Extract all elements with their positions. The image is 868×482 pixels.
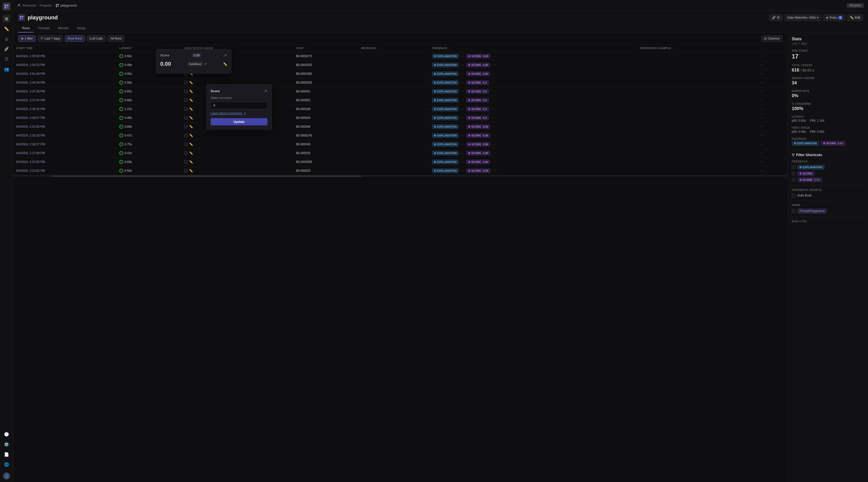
all-runs-button[interactable]: All Runs <box>108 35 125 42</box>
sidebar-icon-settings[interactable]: ⚙️ <box>2 440 10 448</box>
annotation-checkbox[interactable] <box>184 143 188 146</box>
sidebar-icon-pencil[interactable]: ✏️ <box>2 25 10 33</box>
table-row[interactable]: 6/4/2024, 2:36:20 PM ⏱ 1.23s ✏️ $0.00003… <box>13 105 787 114</box>
explanation-tag[interactable]: EXPLANATION <box>432 133 459 138</box>
annotation-checkbox[interactable] <box>184 107 188 111</box>
explanation-tag[interactable]: EXPLANATION <box>432 107 459 111</box>
score-menu-btn[interactable]: ⋯ <box>492 151 496 155</box>
update-button[interactable]: Update <box>211 118 268 125</box>
score-tag[interactable]: SCORE 0.00 <box>466 168 490 173</box>
explanation-tag[interactable]: EXPLANATION <box>432 142 459 147</box>
tab-threads[interactable]: Threads <box>34 24 54 32</box>
row-more-btn[interactable]: ⋯ <box>759 115 764 120</box>
stats-score-tag[interactable]: SCORE 0.00 <box>821 141 845 146</box>
score-tag[interactable]: SCORE 0.4 <box>466 116 489 120</box>
info-icon[interactable]: ℹ <box>813 69 814 72</box>
score-tag[interactable]: SCORE 0.4 <box>466 98 489 103</box>
explanation-menu-btn[interactable]: ⋯ <box>460 107 465 111</box>
annotation-edit-btn[interactable]: ✏️ <box>189 151 193 155</box>
annotation-edit-btn[interactable]: ✏️ <box>189 160 193 164</box>
row-more-btn[interactable]: ⋯ <box>759 124 764 129</box>
filter-score-zero-tag[interactable]: SCORE 0.00 <box>797 177 822 182</box>
score-menu-btn[interactable]: ⋯ <box>492 142 496 147</box>
explanation-menu-btn[interactable]: ⋯ <box>460 168 465 173</box>
row-more-btn[interactable]: ⋯ <box>759 80 764 85</box>
time-range-button[interactable]: ⏱ Last 7 days <box>38 35 63 42</box>
annotation-checkbox[interactable] <box>184 134 188 137</box>
root-runs-button[interactable]: Root Runs <box>65 35 85 42</box>
explanation-menu-btn[interactable]: ⋯ <box>460 151 465 155</box>
sidebar-icon-grid[interactable]: ⊞ <box>2 15 10 23</box>
col-reference[interactable]: Reference Example ↕ <box>637 45 756 52</box>
annotation-edit-btn[interactable]: ✏️ <box>189 116 193 120</box>
explanation-menu-btn[interactable]: ⋯ <box>460 72 465 76</box>
score-menu-btn[interactable]: ⋯ <box>490 116 495 120</box>
score-menu-btn[interactable]: ⋯ <box>492 168 496 173</box>
table-row[interactable]: 6/4/2024, 2:24:55 PM ⏱ 0.88s ✏️ $0.00004… <box>13 122 787 131</box>
score-tag[interactable]: SCORE 0.00 <box>466 54 490 58</box>
filter-button[interactable]: ⊞ 1 filter <box>18 35 36 42</box>
table-row[interactable]: 6/4/2024, 2:18:37 PM ⏱ 0.75s ✏️ $0.00003… <box>13 140 787 149</box>
correction-close-btn[interactable]: ✕ <box>264 89 268 93</box>
table-row[interactable]: 6/4/2024, 2:55:00 PM ⏱ 0.66s ✏️ $0.00002… <box>13 52 787 61</box>
annotation-checkbox[interactable] <box>184 98 188 102</box>
explanation-menu-btn[interactable]: ⋯ <box>460 54 465 58</box>
tab-runs[interactable]: Runs <box>18 24 34 32</box>
rules-button[interactable]: ◈ Rules 1 <box>823 15 845 21</box>
row-more-btn[interactable]: ⋯ <box>759 71 764 76</box>
row-more-btn[interactable]: ⋯ <box>759 133 764 138</box>
table-row[interactable]: 6/4/2024, 2:28:07 PM ⏱ 0.49s ✏️ $0.00002… <box>13 114 787 122</box>
annotation-edit-btn[interactable]: ✏️ <box>189 98 193 102</box>
explanation-menu-btn[interactable]: ⋯ <box>460 89 465 94</box>
score-tag[interactable]: SCORE 0.00 <box>466 151 490 155</box>
filter-score-tag[interactable]: SCORE <box>797 171 815 176</box>
score-menu-btn[interactable]: ⋯ <box>492 72 496 76</box>
annotation-edit-btn[interactable]: ✏️ <box>189 90 193 93</box>
score-tag[interactable]: SCORE 0.00 <box>466 160 490 164</box>
score-menu-btn[interactable]: ⋯ <box>490 98 495 103</box>
learn-corrections-link[interactable]: Learn about corrections ↗ <box>211 112 268 115</box>
score-tag[interactable]: SCORE 0.00 <box>466 124 490 129</box>
table-row[interactable]: 6/4/2024, 2:15:05 PM ⏱ 0.69s ✏️ $0.00003… <box>13 158 787 167</box>
explanation-tag[interactable]: EXPLANATION <box>432 160 459 164</box>
filter-checkbox-name[interactable] <box>792 209 795 213</box>
explanation-menu-btn[interactable]: ⋯ <box>460 80 465 85</box>
filter-explanation-tag[interactable]: EXPLANATION <box>797 165 825 169</box>
llm-calls-button[interactable]: LLM Calls <box>87 35 106 42</box>
sidebar-icon-list[interactable]: ☰ <box>2 55 10 63</box>
table-row[interactable]: 6/4/2024, 2:13:02 PM ⏱ 0.56s ✏️ $0.00002… <box>13 167 787 175</box>
explanation-tag[interactable]: EXPLANATION <box>432 98 459 103</box>
explanation-menu-btn[interactable]: ⋯ <box>460 116 465 120</box>
annotation-edit-btn[interactable]: ✏️ <box>189 169 193 172</box>
data-retention-button[interactable]: Data Retention 400d ▾ <box>785 15 821 21</box>
filter-checkbox-score[interactable] <box>792 172 795 175</box>
tab-monitor[interactable]: Monitor <box>54 24 73 32</box>
explanation-tag[interactable]: EXPLANATION <box>432 63 459 67</box>
breadcrumb-personal[interactable]: Personal <box>23 3 35 7</box>
score-menu-btn[interactable]: ⋯ <box>492 124 496 129</box>
explanation-menu-btn[interactable]: ⋯ <box>460 133 465 138</box>
explanation-tag[interactable]: EXPLANATION <box>432 89 459 94</box>
row-more-btn[interactable]: ⋯ <box>759 98 764 103</box>
score-tag[interactable]: SCORE 0.00 <box>466 72 490 76</box>
sidebar-icon-rocket[interactable]: 🚀 <box>2 45 10 53</box>
score-tag[interactable]: SCORE 0.4 <box>466 89 489 94</box>
score-menu-btn[interactable]: ⋯ <box>490 107 495 111</box>
annotation-checkbox[interactable] <box>184 169 188 172</box>
score-menu-btn[interactable]: ⋯ <box>490 80 495 85</box>
autoeval-tag[interactable]: AutoEval <box>187 62 203 66</box>
annotation-checkbox[interactable] <box>184 116 188 120</box>
explanation-tag[interactable]: EXPLANATION <box>432 151 459 155</box>
explanation-menu-btn[interactable]: ⋯ <box>460 98 465 103</box>
correction-input[interactable] <box>211 102 268 109</box>
prompt-playground-tag[interactable]: PromptPlayground <box>797 208 827 214</box>
annotation-checkbox[interactable] <box>184 125 188 129</box>
row-more-btn[interactable]: ⋯ <box>759 150 764 155</box>
columns-button[interactable]: ⊟ Columns <box>761 35 782 42</box>
row-more-btn[interactable]: ⋯ <box>759 168 764 173</box>
score-tag[interactable]: SCORE 0.00 <box>466 63 490 67</box>
table-row[interactable]: 6/4/2024, 2:51:48 PM ⏱ 0.95s ✏️ $0.00003… <box>13 69 787 78</box>
row-more-btn[interactable]: ⋯ <box>759 142 764 147</box>
app-logo[interactable] <box>2 2 10 10</box>
table-row[interactable]: 6/4/2024, 2:54:23 PM ⏱ 0.49s ✏️ $0.00002… <box>13 61 787 69</box>
